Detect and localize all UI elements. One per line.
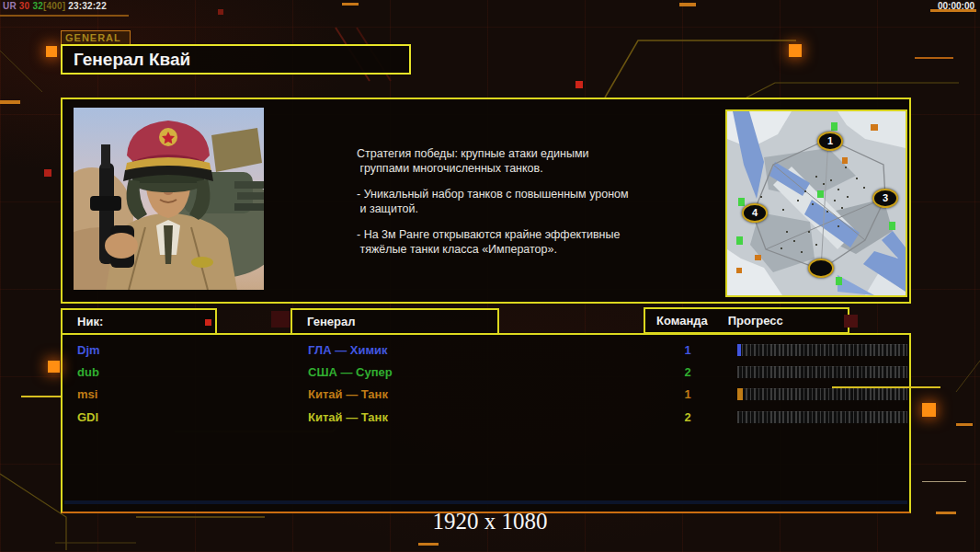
column-header-progress: Прогресс [728, 314, 783, 328]
panel-bottom-accent [64, 500, 907, 504]
debug-tag: UR [3, 1, 17, 11]
decor-dash [342, 3, 359, 6]
debug-clock: 23:32:22 [68, 1, 107, 11]
player-row: msi Китай — Танк 1 [63, 385, 909, 407]
column-header-team-progress: КомандаПрогресс [644, 307, 849, 334]
player-list-panel: Djm ГЛА — Химик 1 dub США — Супер 2 msi … [61, 333, 911, 513]
debug-stats: UR3032[400]23:32:22 [3, 1, 109, 11]
game-timer: 00:00:00 [938, 1, 974, 11]
page-title: Генерал Квай [61, 44, 411, 75]
player-row: GDI Китай — Танк 2 [63, 408, 909, 430]
strategy-line: группами многочисленных танков. [357, 162, 688, 177]
map-start-position-4: 4 [742, 203, 768, 223]
decor-square-red [218, 9, 223, 15]
strategy-description: Стратегия победы: крупные атаки едиными … [357, 147, 688, 257]
decor-line-yellow [21, 396, 61, 397]
player-nick: Djm [77, 343, 100, 357]
decor-square-red [44, 169, 51, 177]
debug-val2: 32 [32, 1, 43, 11]
loading-screen: UR3032[400]23:32:22 00:00:00 GENERAL Ген… [0, 0, 980, 552]
decor-dash [956, 423, 973, 426]
player-nick: dub [77, 365, 99, 379]
player-team: 1 [678, 387, 697, 401]
decor-square-red [205, 319, 211, 326]
player-team: 1 [678, 343, 697, 357]
strategy-line: и защитой. [357, 202, 688, 217]
decor-dash [0, 100, 20, 104]
strategy-line: тяжёлые танки класса «Император». [357, 243, 688, 258]
player-row: dub США — Супер 2 [63, 362, 909, 385]
debug-val1: 30 [19, 1, 30, 11]
player-progress-bar [737, 344, 907, 356]
decor-square-maroon [271, 311, 290, 328]
strategy-line: - Уникальный набор танков с повышенным у… [357, 188, 688, 202]
progress-fill [737, 344, 741, 356]
strategy-line: Стратегия победы: крупные атаки едиными [357, 147, 688, 162]
general-info-panel: Стратегия победы: крупные атаки едиными … [61, 98, 911, 304]
map-preview: 1 3 4 [725, 109, 907, 297]
player-progress-bar [737, 388, 907, 400]
debug-val3: [400] [43, 1, 65, 11]
player-team: 2 [678, 410, 697, 424]
decor-square [789, 44, 802, 57]
strategy-line: - На 3м Ранге открываются крайне эффекти… [357, 228, 688, 243]
player-progress-bar [737, 411, 907, 423]
player-general: США — Супер [308, 365, 393, 379]
player-nick: msi [77, 387, 97, 401]
decor-dash [936, 512, 956, 514]
player-general: Китай — Танк [308, 410, 388, 424]
decor-dash [418, 543, 439, 546]
decor-dash [915, 57, 953, 59]
decor-line-yellow [832, 386, 940, 388]
player-team: 2 [678, 365, 697, 379]
decor-dash [0, 15, 129, 17]
decor-square [48, 361, 60, 373]
general-tab-label: GENERAL [61, 30, 131, 45]
player-row: Djm ГЛА — Химик 1 [63, 340, 909, 362]
player-progress-bar [737, 366, 907, 378]
decor-square [922, 403, 936, 417]
general-portrait-image [74, 108, 264, 290]
decor-square-maroon [844, 315, 858, 328]
column-header-nick: Ник: [61, 308, 217, 335]
decor-line [922, 481, 966, 482]
map-start-position-3: 3 [872, 189, 898, 208]
column-header-general: Генерал [291, 308, 499, 335]
decor-square-red [575, 81, 583, 88]
map-start-position-1: 1 [817, 132, 843, 151]
resolution-label: 1920 x 1080 [0, 509, 980, 535]
progress-fill [737, 388, 743, 400]
player-nick: GDI [77, 410, 98, 424]
player-general: Китай — Танк [308, 387, 388, 401]
player-general: ГЛА — Химик [308, 343, 388, 357]
decor-dash [679, 3, 696, 6]
column-header-team: Команда [656, 314, 708, 328]
decor-square [46, 46, 57, 57]
map-start-position-taken [808, 259, 834, 278]
